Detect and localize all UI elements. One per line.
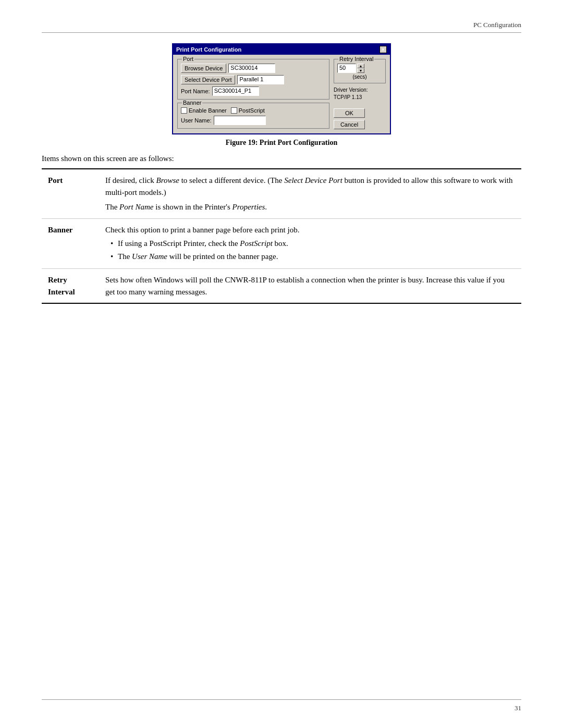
dialog-content: Port Browse Device SC300014 Select Devic… (173, 55, 390, 133)
titlebar-buttons: × (380, 46, 387, 53)
driver-version-value: TCP/IP 1.13 (334, 94, 362, 100)
retry-spinner-row: 50 ▲ ▼ (337, 64, 382, 73)
enable-banner-checkbox[interactable] (181, 107, 187, 114)
banner-group: Banner Enable Banner PostScript (177, 103, 329, 129)
page-header: PC Configuration (42, 21, 521, 33)
term-retry: RetryInterval (42, 269, 99, 304)
figure-area: Print Port Configuration × Port Browse D… (42, 43, 521, 147)
retry-interval-group: Retry Interval 50 ▲ ▼ (secs) (334, 59, 386, 83)
enable-banner-checkbox-label[interactable]: Enable Banner (181, 107, 227, 114)
spinner-up-arrow[interactable]: ▲ (357, 64, 364, 68)
table-row: Banner Check this option to print a bann… (42, 218, 521, 269)
port-name-row: Port Name: SC300014_P1 (181, 87, 326, 96)
body-intro: Items shown on this screen are as follow… (42, 154, 521, 163)
table-row: RetryInterval Sets how often Windows wil… (42, 269, 521, 304)
driver-version-section: Driver Version: TCP/IP 1.13 (334, 87, 386, 101)
banner-group-label: Banner (182, 100, 202, 106)
driver-version-label: Driver Version: (334, 87, 368, 93)
retry-group-label: Retry Interval (338, 56, 374, 62)
dialog-titlebar: Print Port Configuration × (173, 44, 390, 55)
browse-device-button[interactable]: Browse Device (181, 64, 226, 73)
header-text: PC Configuration (473, 21, 521, 29)
spinner-arrows: ▲ ▼ (357, 64, 364, 73)
page-footer: 31 (42, 699, 521, 712)
postscript-label: PostScript (239, 107, 265, 114)
action-buttons: OK Cancel (334, 104, 386, 129)
port-group: Port Browse Device SC300014 Select Devic… (177, 59, 329, 100)
cancel-button[interactable]: Cancel (334, 120, 365, 129)
select-device-port-row: Select Device Port Parallel 1 (181, 75, 326, 84)
postscript-checkbox[interactable] (231, 107, 237, 114)
device-value-input[interactable]: SC300014 (228, 64, 275, 73)
info-table: Port If desired, click Browse to select … (42, 168, 521, 304)
username-label: User Name: (181, 117, 212, 124)
spinner-down-arrow[interactable]: ▼ (357, 68, 364, 73)
port-name-label: Port Name: (181, 88, 210, 94)
username-input[interactable] (214, 116, 266, 125)
term-banner: Banner (42, 218, 99, 269)
port-group-label: Port (182, 56, 194, 62)
desc-retry: Sets how often Windows will poll the CNW… (99, 269, 521, 304)
retry-value-input[interactable]: 50 (337, 64, 356, 73)
table-row: Port If desired, click Browse to select … (42, 169, 521, 218)
ok-button[interactable]: OK (334, 108, 365, 118)
dialog-right-panel: Retry Interval 50 ▲ ▼ (secs) Driver Vers (334, 59, 386, 129)
page-number: 31 (515, 704, 521, 712)
desc-port: If desired, click Browse to select a dif… (99, 169, 521, 218)
term-port: Port (42, 169, 99, 218)
print-port-config-dialog: Print Port Configuration × Port Browse D… (172, 43, 391, 134)
dialog-left-panel: Port Browse Device SC300014 Select Devic… (177, 59, 329, 129)
select-device-port-button[interactable]: Select Device Port (181, 75, 235, 84)
port-name-input[interactable]: SC300014_P1 (212, 87, 259, 96)
close-button[interactable]: × (380, 46, 387, 53)
port-type-input[interactable]: Parallel 1 (237, 75, 284, 84)
browse-device-row: Browse Device SC300014 (181, 64, 326, 73)
desc-banner: Check this option to print a banner page… (99, 218, 521, 269)
username-row: User Name: (181, 116, 326, 125)
banner-options-row: Enable Banner PostScript (181, 107, 326, 114)
enable-banner-label: Enable Banner (189, 107, 227, 114)
secs-label: (secs) (337, 74, 382, 80)
dialog-title: Print Port Configuration (176, 46, 241, 53)
figure-caption: Figure 19: Print Port Configuration (226, 139, 337, 147)
postscript-checkbox-label[interactable]: PostScript (231, 107, 265, 114)
